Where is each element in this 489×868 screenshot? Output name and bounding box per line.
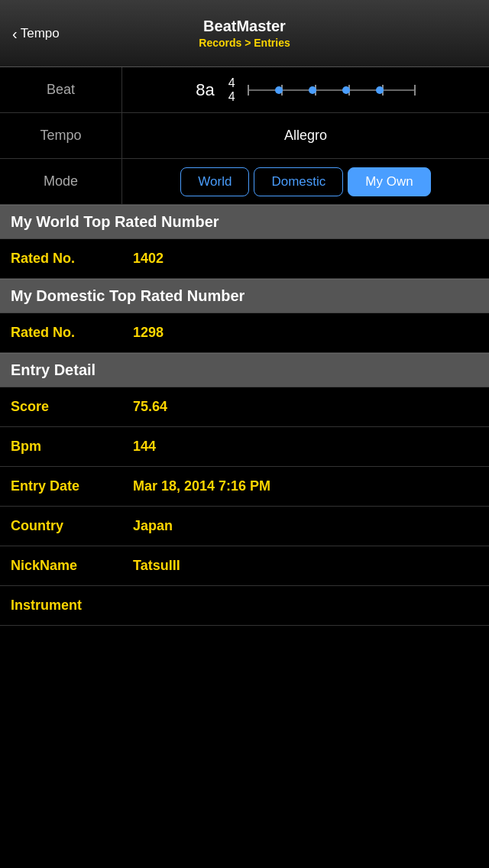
beat-label: Beat (0, 67, 122, 112)
time-sig-bottom: 4 (228, 90, 235, 104)
nickname-val: TatsuIII (133, 558, 180, 574)
beat-row: Beat 8a 4 4 (0, 67, 489, 113)
entry-section-header: Entry Detail (0, 353, 489, 387)
navigation-bar: ‹ Tempo BeatMaster Records > Entries (0, 0, 489, 67)
beat-dot-3 (342, 86, 350, 94)
beat-dot-4 (376, 86, 384, 94)
nav-subtitle: Records > Entries (199, 37, 290, 49)
mode-buttons: World Domestic My Own (180, 167, 430, 196)
beat-value-cell: 8a 4 4 (122, 76, 489, 103)
country-val: Japan (133, 518, 173, 534)
nickname-key: NickName (11, 558, 133, 574)
tempo-label: Tempo (0, 113, 122, 158)
domestic-rated-row: Rated No. 1298 (0, 313, 489, 353)
world-rated-key: Rated No. (11, 251, 133, 267)
instrument-row: Instrument (0, 586, 489, 626)
mode-btn-world[interactable]: World (180, 167, 249, 196)
bpm-val: 144 (133, 439, 156, 455)
bpm-row: Bpm 144 (0, 427, 489, 467)
beat-slider[interactable] (248, 83, 416, 98)
mode-row: Mode World Domestic My Own (0, 159, 489, 205)
instrument-key: Instrument (11, 598, 133, 614)
score-key: Score (11, 399, 133, 415)
back-chevron-icon: ‹ (12, 24, 18, 42)
domestic-section-header: My Domestic Top Rated Number (0, 279, 489, 313)
mode-label: Mode (0, 159, 122, 204)
world-section-header: My World Top Rated Number (0, 205, 489, 239)
score-row: Score 75.64 (0, 387, 489, 427)
country-row: Country Japan (0, 507, 489, 546)
time-sig-top: 4 (228, 76, 235, 90)
domestic-rated-val: 1298 (133, 325, 164, 341)
score-val: 75.64 (133, 399, 167, 415)
back-button[interactable]: ‹ Tempo (6, 18, 66, 48)
tempo-row: Tempo Allegro (0, 113, 489, 159)
mode-btn-myown[interactable]: My Own (348, 167, 430, 196)
mode-btn-domestic[interactable]: Domestic (254, 167, 343, 196)
mode-value-cell: World Domestic My Own (122, 167, 489, 196)
country-key: Country (11, 518, 133, 534)
bottom-space (0, 626, 489, 779)
time-signature: 4 4 (228, 76, 235, 103)
world-rated-val: 1402 (133, 251, 164, 267)
tempo-value: Allegro (122, 128, 489, 144)
domestic-rated-key: Rated No. (11, 325, 133, 341)
entry-date-row: Entry Date Mar 18, 2014 7:16 PM (0, 467, 489, 507)
world-rated-row: Rated No. 1402 (0, 239, 489, 279)
back-label: Tempo (21, 26, 60, 41)
entry-date-key: Entry Date (11, 478, 133, 494)
entry-date-val: Mar 18, 2014 7:16 PM (133, 478, 270, 494)
beat-dot-1 (275, 86, 283, 94)
bpm-key: Bpm (11, 439, 133, 455)
nav-title: BeatMaster (203, 18, 286, 35)
nickname-row: NickName TatsuIII (0, 546, 489, 586)
beat-dot-2 (309, 86, 316, 94)
beat-text: 8a (196, 80, 214, 100)
